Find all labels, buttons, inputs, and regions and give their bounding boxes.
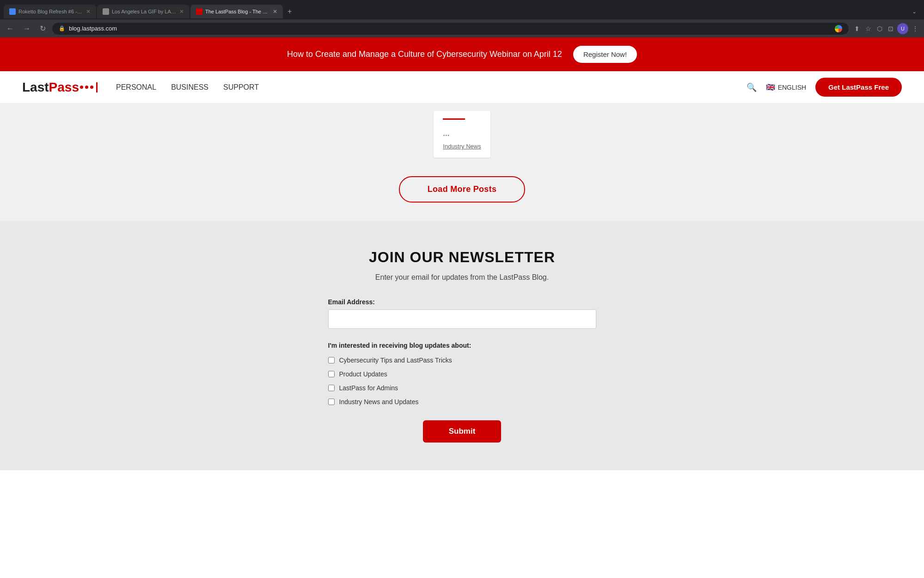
tab-3-close[interactable]: ✕ bbox=[273, 8, 277, 15]
checkbox-admins-label: LastPass for Admins bbox=[339, 384, 398, 392]
card-category-link[interactable]: Industry News bbox=[443, 143, 481, 150]
checkbox-admins[interactable] bbox=[328, 385, 335, 391]
checkbox-product-updates-label: Product Updates bbox=[339, 370, 387, 378]
address-bar[interactable]: 🔒 blog.lastpass.com bbox=[52, 23, 849, 35]
logo-dot-3 bbox=[90, 86, 93, 89]
announcement-text: How to Create and Manage a Culture of Cy… bbox=[287, 49, 562, 59]
checkbox-item-4: Industry News and Updates bbox=[328, 398, 596, 406]
logo-cursor bbox=[96, 82, 98, 92]
load-more-section: Load More Posts bbox=[0, 167, 924, 221]
checkbox-industry-news-label: Industry News and Updates bbox=[339, 398, 419, 406]
tab-3-title: The LastPass Blog - The Last P... bbox=[205, 9, 270, 14]
page-content: ... Industry News Load More Posts JOIN O… bbox=[0, 104, 924, 470]
forward-button[interactable]: → bbox=[20, 23, 33, 35]
load-more-button[interactable]: Load More Posts bbox=[399, 176, 526, 203]
tab-1[interactable]: Roketto Blog Refresh #6 - Saa... ✕ bbox=[4, 5, 96, 18]
google-icon bbox=[835, 25, 842, 32]
submit-button[interactable]: Submit bbox=[423, 420, 502, 443]
tab-2-close[interactable]: ✕ bbox=[179, 8, 184, 15]
url-text: blog.lastpass.com bbox=[69, 25, 831, 32]
checkbox-cybersecurity[interactable] bbox=[328, 357, 335, 363]
search-button[interactable]: 🔍 bbox=[747, 82, 757, 92]
logo-dots bbox=[80, 82, 98, 92]
main-nav: LastPass PERSONAL BUSINESS SUPPORT 🔍 🇬🇧 … bbox=[0, 71, 924, 104]
browser-chrome: Roketto Blog Refresh #6 - Saa... ✕ Los A… bbox=[0, 0, 924, 37]
newsletter-form: Email Address: I'm interested in receivi… bbox=[328, 298, 596, 443]
tab-2[interactable]: Los Angeles La GIF by LA's Fin... ✕ bbox=[97, 5, 190, 18]
address-bar-actions: ⬆ ☆ ⬡ ⊡ U ⋮ bbox=[852, 23, 920, 34]
language-label: ENGLISH bbox=[778, 84, 806, 91]
tab-3-favicon bbox=[196, 8, 202, 15]
newsletter-title: JOIN OUR NEWSLETTER bbox=[369, 249, 555, 266]
logo-dot-2 bbox=[85, 86, 88, 89]
newsletter-section: JOIN OUR NEWSLETTER Enter your email for… bbox=[0, 221, 924, 470]
nav-links: PERSONAL BUSINESS SUPPORT bbox=[116, 83, 259, 92]
tab-2-title: Los Angeles La GIF by LA's Fin... bbox=[112, 9, 177, 14]
email-input[interactable] bbox=[328, 309, 596, 329]
tab-bar: Roketto Blog Refresh #6 - Saa... ✕ Los A… bbox=[0, 0, 924, 19]
checkbox-item-2: Product Updates bbox=[328, 370, 596, 378]
nav-personal[interactable]: PERSONAL bbox=[116, 83, 156, 91]
new-tab-button[interactable]: + bbox=[284, 4, 295, 19]
announcement-banner: How to Create and Manage a Culture of Cy… bbox=[0, 37, 924, 71]
partial-card: ... Industry News bbox=[434, 111, 490, 158]
back-button[interactable]: ← bbox=[4, 23, 17, 35]
register-now-button[interactable]: Register Now! bbox=[573, 46, 637, 63]
checkbox-cybersecurity-label: Cybersecurity Tips and LastPass Tricks bbox=[339, 357, 452, 364]
tab-3[interactable]: The LastPass Blog - The Last P... ✕ bbox=[190, 5, 283, 18]
checkbox-item-3: LastPass for Admins bbox=[328, 384, 596, 392]
logo-last: Last bbox=[22, 80, 49, 95]
nav-business[interactable]: BUSINESS bbox=[171, 83, 208, 91]
lock-icon: 🔒 bbox=[59, 25, 65, 31]
logo-pass: Pass bbox=[49, 80, 79, 95]
checkbox-item-1: Cybersecurity Tips and LastPass Tricks bbox=[328, 357, 596, 364]
tab-1-favicon bbox=[9, 8, 16, 15]
tab-1-close[interactable]: ✕ bbox=[86, 8, 91, 15]
tab-1-title: Roketto Blog Refresh #6 - Saa... bbox=[18, 9, 83, 14]
checkbox-industry-news[interactable] bbox=[328, 399, 335, 405]
bookmark-button[interactable]: ☆ bbox=[863, 23, 873, 34]
newsletter-subtitle: Enter your email for updates from the La… bbox=[375, 273, 549, 282]
reload-button[interactable]: ↻ bbox=[37, 22, 49, 35]
extensions-button[interactable]: ⬡ bbox=[875, 23, 884, 34]
address-bar-row: ← → ↻ 🔒 blog.lastpass.com ⬆ ☆ ⬡ ⊡ U ⋮ bbox=[0, 19, 924, 37]
language-selector[interactable]: 🇬🇧 ENGLISH bbox=[766, 83, 806, 92]
tab-2-favicon bbox=[103, 8, 109, 15]
posts-area: ... Industry News bbox=[0, 104, 924, 167]
checkboxes: Cybersecurity Tips and LastPass Tricks P… bbox=[328, 357, 596, 406]
flag-icon: 🇬🇧 bbox=[766, 83, 775, 92]
share-button[interactable]: ⬆ bbox=[852, 23, 862, 34]
tab-menu-button[interactable]: ⌄ bbox=[908, 5, 920, 18]
nav-support[interactable]: SUPPORT bbox=[223, 83, 259, 91]
email-label: Email Address: bbox=[328, 298, 596, 306]
logo[interactable]: LastPass bbox=[22, 80, 98, 95]
interests-label: I'm interested in receiving blog updates… bbox=[328, 342, 596, 349]
nav-right: 🔍 🇬🇧 ENGLISH Get LastPass Free bbox=[747, 78, 902, 97]
partial-card-content: ... Industry News bbox=[434, 122, 490, 158]
menu-button[interactable]: ⋮ bbox=[910, 23, 920, 34]
avatar-button[interactable]: U bbox=[897, 23, 908, 34]
profile-button[interactable]: ⊡ bbox=[886, 23, 895, 34]
checkbox-product-updates[interactable] bbox=[328, 371, 335, 377]
get-lastpass-free-button[interactable]: Get LastPass Free bbox=[815, 78, 902, 97]
card-title: ... bbox=[443, 129, 481, 138]
logo-dot-1 bbox=[80, 86, 83, 89]
card-underline bbox=[443, 118, 465, 120]
